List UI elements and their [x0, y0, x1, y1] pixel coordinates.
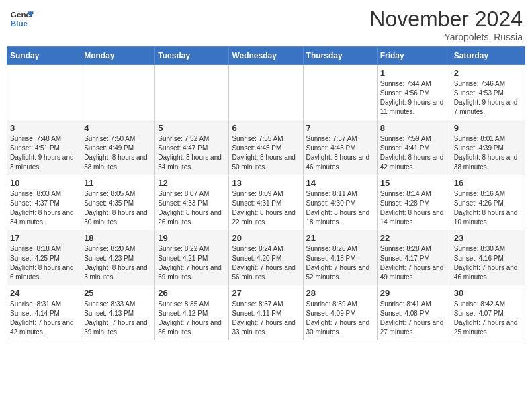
day-info: Sunrise: 8:42 AM Sunset: 4:07 PM Dayligh…: [454, 300, 522, 337]
weekday-thursday: Thursday: [303, 47, 377, 65]
day-info: Sunrise: 8:05 AM Sunset: 4:35 PM Dayligh…: [84, 189, 152, 227]
calendar-cell: 13Sunrise: 8:09 AM Sunset: 4:31 PM Dayli…: [229, 175, 303, 230]
day-number: 4: [84, 123, 152, 133]
calendar-week-1: 1Sunrise: 7:44 AM Sunset: 4:56 PM Daylig…: [7, 65, 525, 120]
day-info: Sunrise: 8:31 AM Sunset: 4:14 PM Dayligh…: [10, 300, 78, 337]
calendar-cell: 23Sunrise: 8:30 AM Sunset: 4:16 PM Dayli…: [451, 230, 525, 285]
day-number: 15: [380, 178, 448, 188]
calendar-cell: 29Sunrise: 8:41 AM Sunset: 4:08 PM Dayli…: [377, 285, 451, 340]
calendar-cell: 4Sunrise: 7:50 AM Sunset: 4:49 PM Daylig…: [81, 120, 155, 175]
calendar-week-2: 3Sunrise: 7:48 AM Sunset: 4:51 PM Daylig…: [7, 120, 525, 175]
day-info: Sunrise: 8:30 AM Sunset: 4:16 PM Dayligh…: [454, 244, 522, 282]
day-number: 16: [454, 178, 522, 188]
day-info: Sunrise: 8:18 AM Sunset: 4:25 PM Dayligh…: [10, 244, 78, 282]
calendar-cell: 24Sunrise: 8:31 AM Sunset: 4:14 PM Dayli…: [7, 285, 81, 340]
calendar-cell: 14Sunrise: 8:11 AM Sunset: 4:30 PM Dayli…: [303, 175, 377, 230]
calendar-week-3: 10Sunrise: 8:03 AM Sunset: 4:37 PM Dayli…: [7, 175, 525, 230]
calendar-cell: [229, 65, 303, 120]
weekday-monday: Monday: [81, 47, 155, 65]
day-number: 8: [380, 123, 448, 133]
day-info: Sunrise: 8:09 AM Sunset: 4:31 PM Dayligh…: [232, 189, 300, 227]
day-info: Sunrise: 8:24 AM Sunset: 4:20 PM Dayligh…: [232, 244, 300, 282]
calendar-cell: 21Sunrise: 8:26 AM Sunset: 4:18 PM Dayli…: [303, 230, 377, 285]
calendar-cell: 20Sunrise: 8:24 AM Sunset: 4:20 PM Dayli…: [229, 230, 303, 285]
calendar-cell: 11Sunrise: 8:05 AM Sunset: 4:35 PM Dayli…: [81, 175, 155, 230]
calendar-header: SundayMondayTuesdayWednesdayThursdayFrid…: [7, 47, 525, 65]
day-number: 1: [380, 68, 448, 78]
day-info: Sunrise: 7:48 AM Sunset: 4:51 PM Dayligh…: [10, 134, 78, 172]
day-number: 28: [306, 288, 374, 298]
day-info: Sunrise: 8:07 AM Sunset: 4:33 PM Dayligh…: [158, 189, 226, 227]
svg-text:Blue: Blue: [11, 19, 28, 28]
day-info: Sunrise: 7:59 AM Sunset: 4:41 PM Dayligh…: [380, 134, 448, 172]
calendar-table: SundayMondayTuesdayWednesdayThursdayFrid…: [7, 46, 525, 340]
logo-icon: General Blue: [9, 7, 34, 31]
day-number: 5: [158, 123, 226, 133]
weekday-tuesday: Tuesday: [155, 47, 229, 65]
day-info: Sunrise: 8:11 AM Sunset: 4:30 PM Dayligh…: [306, 189, 374, 227]
day-number: 22: [380, 233, 448, 243]
day-number: 2: [454, 68, 522, 78]
day-info: Sunrise: 8:39 AM Sunset: 4:09 PM Dayligh…: [306, 300, 374, 337]
day-number: 17: [10, 233, 78, 243]
day-number: 11: [84, 178, 152, 188]
day-info: Sunrise: 8:28 AM Sunset: 4:17 PM Dayligh…: [380, 244, 448, 282]
day-info: Sunrise: 8:37 AM Sunset: 4:11 PM Dayligh…: [232, 300, 300, 337]
calendar-cell: 28Sunrise: 8:39 AM Sunset: 4:09 PM Dayli…: [303, 285, 377, 340]
day-number: 19: [158, 233, 226, 243]
calendar-week-4: 17Sunrise: 8:18 AM Sunset: 4:25 PM Dayli…: [7, 230, 525, 285]
day-info: Sunrise: 7:57 AM Sunset: 4:43 PM Dayligh…: [306, 134, 374, 172]
day-number: 25: [84, 288, 152, 298]
calendar-cell: 16Sunrise: 8:16 AM Sunset: 4:26 PM Dayli…: [451, 175, 525, 230]
month-title: November 2024: [369, 7, 523, 32]
logo: General Blue: [9, 7, 34, 31]
calendar-cell: [303, 65, 377, 120]
calendar-cell: 25Sunrise: 8:33 AM Sunset: 4:13 PM Dayli…: [81, 285, 155, 340]
day-info: Sunrise: 8:26 AM Sunset: 4:18 PM Dayligh…: [306, 244, 374, 282]
location: Yaropolets, Russia: [369, 32, 523, 42]
day-info: Sunrise: 8:41 AM Sunset: 4:08 PM Dayligh…: [380, 300, 448, 337]
day-info: Sunrise: 7:55 AM Sunset: 4:45 PM Dayligh…: [232, 134, 300, 172]
day-number: 30: [454, 288, 522, 298]
calendar-body: 1Sunrise: 7:44 AM Sunset: 4:56 PM Daylig…: [7, 65, 525, 340]
day-info: Sunrise: 8:16 AM Sunset: 4:26 PM Dayligh…: [454, 189, 522, 227]
day-number: 9: [454, 123, 522, 133]
weekday-sunday: Sunday: [7, 47, 81, 65]
calendar-cell: 1Sunrise: 7:44 AM Sunset: 4:56 PM Daylig…: [377, 65, 451, 120]
calendar-cell: 10Sunrise: 8:03 AM Sunset: 4:37 PM Dayli…: [7, 175, 81, 230]
calendar-cell: 27Sunrise: 8:37 AM Sunset: 4:11 PM Dayli…: [229, 285, 303, 340]
calendar-cell: 5Sunrise: 7:52 AM Sunset: 4:47 PM Daylig…: [155, 120, 229, 175]
calendar-cell: 30Sunrise: 8:42 AM Sunset: 4:07 PM Dayli…: [451, 285, 525, 340]
day-info: Sunrise: 8:01 AM Sunset: 4:39 PM Dayligh…: [454, 134, 522, 172]
day-number: 3: [10, 123, 78, 133]
weekday-header-row: SundayMondayTuesdayWednesdayThursdayFrid…: [7, 47, 525, 65]
day-number: 10: [10, 178, 78, 188]
day-info: Sunrise: 8:33 AM Sunset: 4:13 PM Dayligh…: [84, 300, 152, 337]
calendar-cell: [155, 65, 229, 120]
calendar-cell: 15Sunrise: 8:14 AM Sunset: 4:28 PM Dayli…: [377, 175, 451, 230]
weekday-friday: Friday: [377, 47, 451, 65]
day-number: 27: [232, 288, 300, 298]
weekday-wednesday: Wednesday: [229, 47, 303, 65]
day-number: 14: [306, 178, 374, 188]
calendar-cell: 18Sunrise: 8:20 AM Sunset: 4:23 PM Dayli…: [81, 230, 155, 285]
calendar-cell: 9Sunrise: 8:01 AM Sunset: 4:39 PM Daylig…: [451, 120, 525, 175]
calendar-cell: 7Sunrise: 7:57 AM Sunset: 4:43 PM Daylig…: [303, 120, 377, 175]
day-info: Sunrise: 7:44 AM Sunset: 4:56 PM Dayligh…: [380, 79, 448, 117]
calendar-cell: 26Sunrise: 8:35 AM Sunset: 4:12 PM Dayli…: [155, 285, 229, 340]
day-number: 24: [10, 288, 78, 298]
day-number: 6: [232, 123, 300, 133]
weekday-saturday: Saturday: [451, 47, 525, 65]
calendar-cell: 2Sunrise: 7:46 AM Sunset: 4:53 PM Daylig…: [451, 65, 525, 120]
title-block: November 2024 Yaropolets, Russia: [369, 7, 523, 42]
day-number: 18: [84, 233, 152, 243]
day-info: Sunrise: 7:46 AM Sunset: 4:53 PM Dayligh…: [454, 79, 522, 117]
calendar-cell: 6Sunrise: 7:55 AM Sunset: 4:45 PM Daylig…: [229, 120, 303, 175]
calendar-week-5: 24Sunrise: 8:31 AM Sunset: 4:14 PM Dayli…: [7, 285, 525, 340]
calendar-cell: 12Sunrise: 8:07 AM Sunset: 4:33 PM Dayli…: [155, 175, 229, 230]
calendar-cell: 8Sunrise: 7:59 AM Sunset: 4:41 PM Daylig…: [377, 120, 451, 175]
day-info: Sunrise: 7:50 AM Sunset: 4:49 PM Dayligh…: [84, 134, 152, 172]
calendar-cell: 22Sunrise: 8:28 AM Sunset: 4:17 PM Dayli…: [377, 230, 451, 285]
calendar-cell: 19Sunrise: 8:22 AM Sunset: 4:21 PM Dayli…: [155, 230, 229, 285]
calendar-cell: 3Sunrise: 7:48 AM Sunset: 4:51 PM Daylig…: [7, 120, 81, 175]
